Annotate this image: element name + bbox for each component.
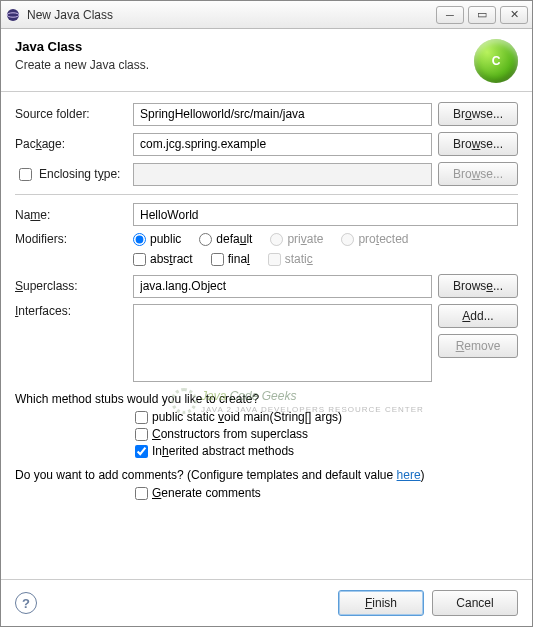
close-button[interactable]: ✕ [500, 6, 528, 24]
superclass-input[interactable] [133, 275, 432, 298]
titlebar: New Java Class ─ ▭ ✕ [1, 1, 532, 29]
maximize-button[interactable]: ▭ [468, 6, 496, 24]
configure-templates-link[interactable]: here [397, 468, 421, 482]
modifier-abstract-checkbox[interactable]: abstract [133, 252, 193, 266]
package-label: Package: [15, 137, 127, 151]
modifiers-label: Modifiers: [15, 232, 127, 246]
stubs-question: Which method stubs would you like to cre… [15, 392, 518, 406]
generate-comments-checkbox[interactable]: Generate comments [135, 486, 261, 500]
add-interface-button[interactable]: Add... [438, 304, 518, 328]
finish-button[interactable]: Finish [338, 590, 424, 616]
enclosing-type-checkbox[interactable] [19, 168, 32, 181]
help-button[interactable]: ? [15, 592, 37, 614]
browse-package-button[interactable]: Browse... [438, 132, 518, 156]
modifier-final-checkbox[interactable]: final [211, 252, 250, 266]
window-title: New Java Class [27, 8, 436, 22]
header-description: Create a new Java class. [15, 58, 474, 72]
stub-main-checkbox[interactable]: public static void main(String[] args) [135, 410, 342, 424]
separator [15, 194, 518, 195]
superclass-label: Superclass: [15, 279, 127, 293]
browse-superclass-button[interactable]: Browse... [438, 274, 518, 298]
stub-constructors-checkbox[interactable]: Constructors from superclass [135, 427, 308, 441]
interfaces-list[interactable] [133, 304, 432, 382]
modifier-private-radio: private [270, 232, 323, 246]
source-folder-input[interactable] [133, 103, 432, 126]
interfaces-label: Interfaces: [15, 304, 127, 318]
browse-enclosing-type-button: Browse... [438, 162, 518, 186]
browse-source-folder-button[interactable]: Browse... [438, 102, 518, 126]
enclosing-type-input [133, 163, 432, 186]
modifier-public-radio[interactable]: public [133, 232, 181, 246]
cancel-button[interactable]: Cancel [432, 590, 518, 616]
modifier-default-radio[interactable]: default [199, 232, 252, 246]
modifier-static-checkbox: static [268, 252, 313, 266]
comments-question: Do you want to add comments? (Configure … [15, 468, 518, 482]
stub-inherited-checkbox[interactable]: Inherited abstract methods [135, 444, 294, 458]
source-folder-label: Source folder: [15, 107, 127, 121]
minimize-button[interactable]: ─ [436, 6, 464, 24]
class-icon: C [474, 39, 518, 83]
package-input[interactable] [133, 133, 432, 156]
modifier-protected-radio: protected [341, 232, 408, 246]
name-label: Name: [15, 208, 127, 222]
header-title: Java Class [15, 39, 474, 54]
dialog-header: Java Class Create a new Java class. C [1, 29, 532, 92]
enclosing-type-label[interactable]: Enclosing type: [15, 165, 127, 184]
eclipse-icon [5, 7, 21, 23]
svg-point-0 [7, 9, 19, 21]
remove-interface-button: Remove [438, 334, 518, 358]
name-input[interactable] [133, 203, 518, 226]
